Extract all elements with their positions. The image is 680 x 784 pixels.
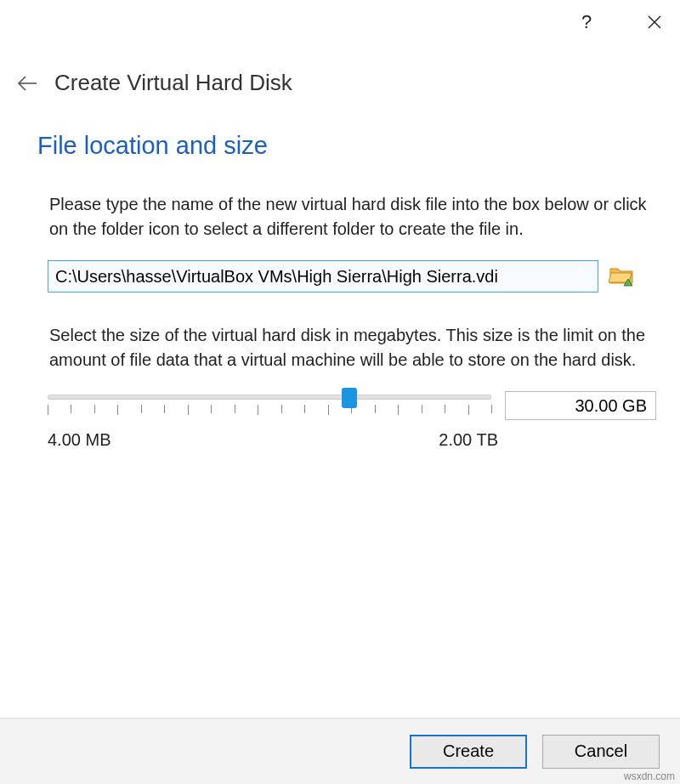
size-value-input[interactable] bbox=[505, 391, 656, 420]
back-arrow-icon[interactable] bbox=[15, 71, 39, 95]
browse-folder-button[interactable] bbox=[607, 263, 638, 290]
slider-min-label: 4.00 MB bbox=[48, 430, 110, 450]
wizard-title: Create Virtual Hard Disk bbox=[54, 70, 292, 96]
path-instruction: Please type the name of the new virtual … bbox=[49, 192, 653, 241]
slider-track bbox=[48, 395, 491, 400]
file-path-input[interactable] bbox=[48, 260, 598, 293]
close-icon[interactable] bbox=[644, 12, 665, 32]
slider-ticks bbox=[48, 405, 491, 417]
section-title: File location and size bbox=[37, 132, 656, 160]
folder-icon bbox=[609, 265, 636, 287]
watermark: wsxdn.com bbox=[624, 770, 675, 782]
dialog-footer: Create Cancel bbox=[0, 718, 680, 784]
cancel-button[interactable]: Cancel bbox=[542, 735, 660, 769]
size-slider[interactable] bbox=[48, 391, 491, 420]
slider-thumb[interactable] bbox=[342, 388, 357, 408]
help-icon[interactable]: ? bbox=[576, 12, 597, 32]
create-button[interactable]: Create bbox=[410, 735, 527, 769]
size-instruction: Select the size of the virtual hard disk… bbox=[49, 323, 653, 372]
slider-max-label: 2.00 TB bbox=[439, 430, 498, 450]
